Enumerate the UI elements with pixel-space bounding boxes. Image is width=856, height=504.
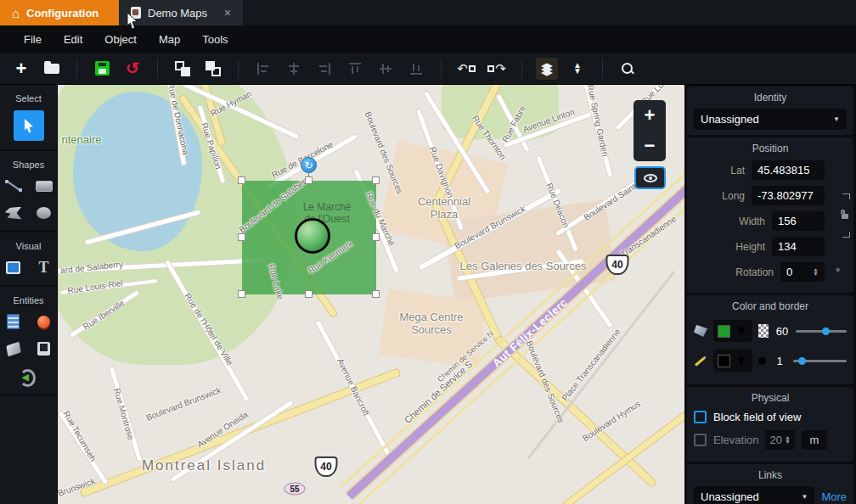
rotate-right-icon: ↷ [487,61,506,76]
menu-tools[interactable]: Tools [202,33,228,46]
arrange-order-button[interactable]: ▲▼ [566,58,588,80]
height-field[interactable]: 134 [772,237,825,256]
door-entity-button[interactable]: ◀ [20,367,38,385]
select-tool-button[interactable] [14,110,44,141]
alarm-entity-button[interactable] [35,312,54,331]
selection-handle[interactable] [305,176,313,184]
elevation-checkbox[interactable] [694,434,707,446]
map-label: Boulevard des Sources [525,339,566,424]
elevation-label: Elevation [713,434,758,446]
layers-button[interactable] [536,58,558,80]
identity-dropdown[interactable]: Unassigned ▼ [694,109,847,130]
align-left-button[interactable] [252,58,274,80]
ellipse-tool-button[interactable] [35,204,54,222]
fill-bucket-icon [694,325,707,337]
menu-file[interactable]: File [24,33,42,46]
aspect-lock[interactable] [838,193,850,238]
long-field[interactable]: -73.802977 [752,186,825,205]
image-tool-button[interactable] [4,258,23,277]
map-canvas[interactable]: ↻ + − Rue HymanRue de DonnaconaRue Papil… [58,85,684,504]
border-width-slider[interactable] [793,360,847,362]
menu-map[interactable]: Map [159,33,180,46]
undo-button[interactable]: ↺ [121,58,144,80]
opacity-checker-icon [758,324,769,338]
section-shapes-title: Shapes [0,160,57,170]
rectangle-tool-button[interactable] [35,176,54,195]
zoom-out-button[interactable]: − [634,131,666,161]
search-button[interactable] [617,58,639,80]
selection-handle[interactable] [372,176,380,184]
save-button[interactable] [91,58,113,80]
elevation-field[interactable]: 20 ▲▼ [765,430,794,450]
menu-edit[interactable]: Edit [64,33,82,46]
rotation-stepper[interactable]: ▲▼ [813,268,819,275]
map-label: ntenaire [62,133,102,146]
line-tool-button[interactable] [4,176,23,195]
border-thickness-icon [758,357,766,365]
route-badge: 40 [315,456,338,477]
map-label: Rue Spring Garden [586,85,611,157]
section-select: Select [0,85,57,151]
text-tool-button[interactable]: T [35,258,54,277]
long-label: Long [722,190,745,202]
align-top-button[interactable] [344,58,366,80]
rotation-handle[interactable]: ↻ [301,157,317,173]
align-center-button[interactable] [283,58,305,80]
slider-knob[interactable] [798,357,806,365]
reader-entity-button[interactable] [4,339,23,358]
visibility-button[interactable] [634,166,666,189]
border-color-dropdown[interactable]: ▼ [713,350,752,372]
toolbar-separator [441,59,442,79]
rotate-right-button[interactable]: ↷ [486,58,508,80]
lat-field[interactable]: 45.483815 [752,160,825,180]
selection-handle[interactable] [238,176,245,184]
new-button[interactable]: + [10,58,32,80]
polygon-tool-button[interactable] [4,204,23,222]
road [561,411,684,504]
route-badge: 55 [284,483,306,496]
border-pencil-icon [695,356,707,367]
selection-handle[interactable] [305,290,313,298]
section-select-title: Select [0,93,57,104]
align-middle-button[interactable] [374,58,397,80]
align-right-button[interactable] [313,58,335,80]
bring-forward-button[interactable] [172,58,194,80]
tab-configuration[interactable]: ⌂ Configuration [0,0,119,25]
align-bottom-button[interactable] [405,58,427,80]
color-border-title: Color and border [694,300,847,312]
selection-handle[interactable] [372,233,380,241]
text-icon: T [38,259,48,277]
door-entry-icon: ◀ [22,369,36,383]
building-entity-button[interactable] [4,312,23,331]
map-label: Rue Tecumseh [62,409,99,462]
monitor-entity-button[interactable] [35,339,54,358]
rotate-left-button[interactable]: ↶ [455,58,477,80]
rotation-field[interactable]: 0 ▲▼ [780,262,825,282]
elevation-unit-field: m [802,430,827,450]
color-border-section: Color and border ▼ 60 ▼ 1 [687,295,853,384]
mouse-cursor [126,12,139,31]
open-button[interactable] [41,58,63,80]
send-backward-button[interactable] [202,58,224,80]
physical-section: Physical Block field of view Elevation 2… [687,387,853,462]
map-label: Montreal Island [142,457,266,474]
selection-handle[interactable] [372,290,380,298]
cursor-icon [22,118,36,133]
selection-handle[interactable] [238,290,245,298]
sphere-entity[interactable] [295,218,330,254]
section-visual: Visual T [0,232,57,287]
selection-handle[interactable] [238,233,245,241]
slider-knob[interactable] [822,328,830,335]
section-shapes: Shapes [0,151,57,232]
links-more-link[interactable]: More [821,490,847,503]
links-title: Links [694,469,847,481]
block-fov-checkbox[interactable] [694,411,707,423]
fill-opacity-slider[interactable] [796,330,847,333]
elevation-stepper[interactable]: ▲▼ [785,436,791,443]
zoom-in-button[interactable]: + [634,100,666,131]
links-dropdown[interactable]: Unassigned ▼ [694,486,814,504]
close-tab-icon[interactable]: × [224,6,231,20]
fill-color-dropdown[interactable]: ▼ [713,320,752,342]
menu-object[interactable]: Object [104,33,137,46]
width-field[interactable]: 156 [772,211,825,231]
